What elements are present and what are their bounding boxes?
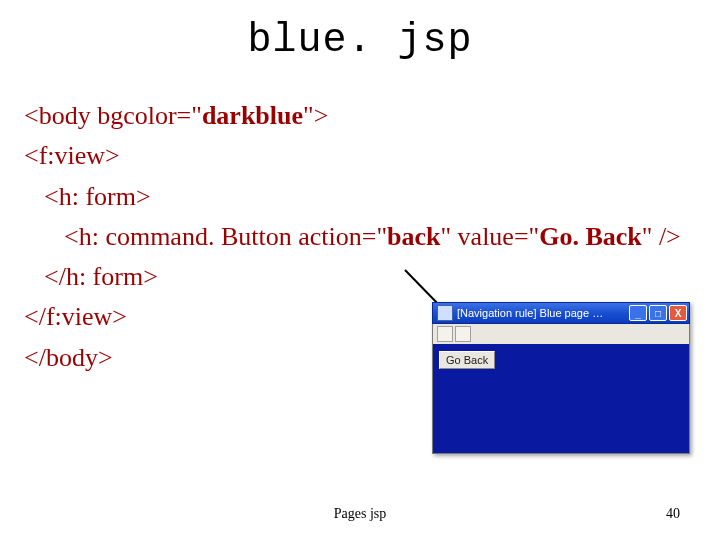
footer-label: Pages jsp [0, 506, 720, 522]
minimize-button[interactable]: _ [629, 305, 647, 321]
code-text: <body bgcolor=" [24, 101, 202, 130]
window-toolbar [432, 324, 690, 344]
slide-title: blue. jsp [0, 0, 720, 63]
window-client-area: Go Back [432, 344, 690, 454]
code-line-2: <f:view> [24, 136, 696, 176]
code-text: " /> [642, 222, 681, 251]
code-bold: Go. Back [539, 222, 642, 251]
maximize-button[interactable]: □ [649, 305, 667, 321]
code-line-4: <h: command. Button action="back" value=… [24, 217, 696, 257]
toolbar-icon[interactable] [437, 326, 453, 342]
code-text: <h: command. Button action="back" value=… [24, 217, 681, 257]
code-text: " value=" [440, 222, 539, 251]
window-title: [Navigation rule] Blue page … [457, 307, 629, 319]
close-button[interactable]: X [669, 305, 687, 321]
preview-window: [Navigation rule] Blue page … _ □ X Go B… [432, 302, 690, 454]
window-titlebar[interactable]: [Navigation rule] Blue page … _ □ X [432, 302, 690, 324]
code-line-1: <body bgcolor="darkblue"> [24, 96, 696, 136]
code-bold: darkblue [202, 101, 303, 130]
go-back-button[interactable]: Go Back [439, 351, 495, 369]
code-line-3: <h: form> [24, 177, 696, 217]
app-icon [437, 305, 453, 321]
code-bold: back [387, 222, 440, 251]
code-text: </h: form> [24, 257, 158, 297]
code-text: <h: command. Button action=" [64, 222, 387, 251]
page-number: 40 [666, 506, 680, 522]
code-text: <h: form> [24, 177, 151, 217]
code-line-5: </h: form> [24, 257, 696, 297]
code-text: "> [303, 101, 328, 130]
toolbar-icon[interactable] [455, 326, 471, 342]
